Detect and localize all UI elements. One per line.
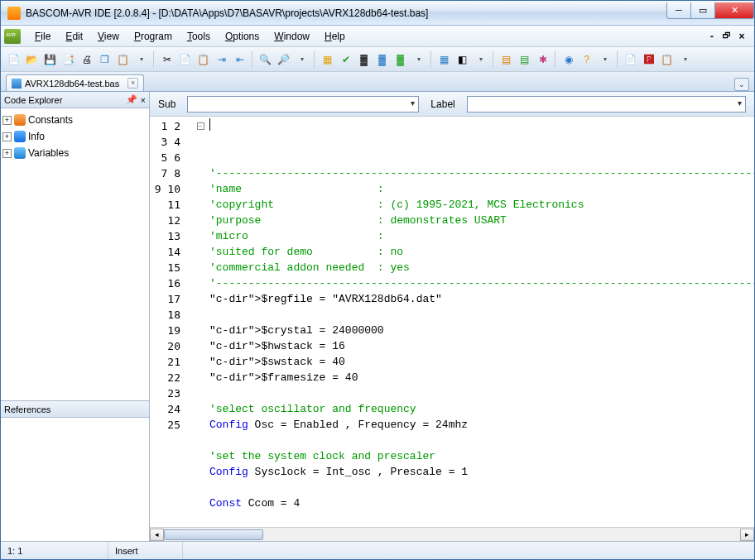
find-next-icon[interactable]: 🔎 [276, 51, 291, 67]
doc1-icon[interactable]: 📄 [623, 51, 638, 67]
chip2-icon[interactable]: ▓ [374, 51, 390, 67]
code-explorer-header: Code Explorer 📌 × [1, 92, 149, 108]
menu-edit[interactable]: Edit [58, 28, 90, 45]
indent-icon[interactable]: ⇥ [214, 51, 229, 67]
constants-icon [14, 114, 26, 126]
copy-icon[interactable]: ❐ [97, 51, 113, 67]
tool4-icon[interactable]: ▤ [517, 51, 532, 67]
maximize-button[interactable]: ▭ [690, 2, 715, 19]
menu-view[interactable]: View [90, 28, 127, 45]
tree-node-constants[interactable]: + Constants [2, 112, 147, 128]
dropdown4-icon[interactable]: ▾ [473, 51, 488, 67]
tool5-icon[interactable]: ✱ [535, 51, 551, 67]
paste-icon[interactable]: 📋 [115, 51, 131, 67]
text-cursor [209, 118, 210, 131]
open-file-icon[interactable]: 📂 [24, 51, 40, 67]
toolbar: 📄 📂 💾 📑 🖨 ❐ 📋 ▾ ✂ 📄 📋 ⇥ ⇤ 🔍 🔎 ▾ ▦ ✔ ▓ ▓ … [1, 47, 754, 72]
print-icon[interactable]: 🖨 [79, 51, 94, 67]
close-button[interactable]: ✕ [714, 2, 754, 19]
variables-icon [14, 147, 26, 159]
outdent-icon[interactable]: ⇤ [232, 51, 248, 67]
menu-file[interactable]: File [27, 28, 58, 45]
chip-icon[interactable]: ▓ [356, 51, 372, 67]
tree-label: Info [28, 131, 45, 142]
menu-tools[interactable]: Tools [180, 28, 218, 45]
scroll-thumb[interactable] [164, 529, 263, 540]
file-icon [12, 79, 22, 89]
expand-icon[interactable]: + [2, 132, 12, 141]
info-icon[interactable]: ? [579, 51, 594, 67]
expand-icon[interactable]: + [2, 116, 12, 125]
pane-close-icon[interactable]: × [141, 95, 146, 105]
chip3-icon[interactable]: ▓ [392, 51, 408, 67]
tab-close-icon[interactable]: × [127, 78, 138, 89]
cut-icon[interactable]: ✂ [159, 51, 175, 67]
check-icon[interactable]: ▦ [320, 51, 335, 67]
sub-label-bar: Sub Label [150, 92, 754, 117]
editor-column: Sub Label 1 2 3 4 5 6 7 8 9 10 11 12 13 … [150, 92, 754, 541]
fold-column: − [195, 117, 206, 527]
cursor-position: 1: 1 [1, 542, 108, 559]
dropdown5-icon[interactable]: ▾ [597, 51, 613, 67]
dropdown-icon[interactable]: ▾ [133, 51, 149, 67]
new-file-icon[interactable]: 📄 [6, 51, 22, 67]
mdi-controls: - 🗗 × [706, 31, 751, 42]
sub-label: Sub [158, 98, 176, 110]
menu-help[interactable]: Help [317, 28, 353, 45]
tool1-icon[interactable]: ▦ [436, 51, 452, 67]
save-icon[interactable]: 💾 [42, 51, 58, 67]
pdf-icon[interactable]: 🅿 [641, 51, 656, 67]
label-combo[interactable] [467, 96, 746, 112]
menu-program[interactable]: Program [127, 28, 180, 45]
title-bar: BASCOM-AVR IDE [2.0.8.4] - [D:\DATA\Apps… [1, 1, 754, 26]
window-title: BASCOM-AVR IDE [2.0.8.4] - [D:\DATA\Apps… [26, 7, 667, 19]
find-icon[interactable]: 🔍 [257, 51, 273, 67]
minimize-button[interactable]: ─ [666, 2, 691, 19]
status-spacer [183, 542, 754, 559]
dropdown6-icon[interactable]: ▾ [677, 51, 693, 67]
paste2-icon[interactable]: 📋 [195, 51, 211, 67]
references-panel: References [1, 400, 149, 541]
tab-active-file[interactable]: AVRX128db64-test.bas × [6, 74, 144, 91]
tree-node-info[interactable]: + Info [2, 128, 147, 145]
tabs-dropdown-icon[interactable]: ⌄ [734, 78, 749, 91]
code-explorer-title: Code Explorer [4, 95, 62, 105]
scroll-left-icon[interactable]: ◂ [150, 529, 164, 541]
line-gutter: 1 2 3 4 5 6 7 8 9 10 11 12 13 14 15 16 1… [150, 117, 195, 527]
references-header: References [1, 401, 149, 418]
save-all-icon[interactable]: 📑 [60, 51, 76, 67]
scroll-right-icon[interactable]: ▸ [740, 529, 754, 541]
code-explorer-tree: + Constants + Info + Variables [1, 108, 149, 400]
left-column: Code Explorer 📌 × + Constants + Info + V… [1, 92, 150, 541]
compile-icon[interactable]: ✔ [338, 51, 353, 67]
tab-label: AVRX128db64-test.bas [25, 79, 119, 89]
code-editor[interactable]: 1 2 3 4 5 6 7 8 9 10 11 12 13 14 15 16 1… [150, 117, 754, 527]
dropdown3-icon[interactable]: ▾ [411, 51, 426, 67]
label-label: Label [430, 98, 454, 110]
mdi-close-button[interactable]: × [736, 31, 748, 42]
expand-icon[interactable]: + [2, 149, 12, 158]
tool3-icon[interactable]: ▤ [498, 51, 514, 67]
menu-options[interactable]: Options [218, 28, 267, 45]
references-title: References [4, 404, 50, 414]
ide-icon [4, 29, 21, 44]
tree-label: Constants [28, 114, 73, 126]
pin-icon[interactable]: 📌 [126, 94, 137, 105]
help-icon[interactable]: ◉ [560, 51, 576, 67]
tool2-icon[interactable]: ◧ [454, 51, 470, 67]
mdi-restore-button[interactable]: 🗗 [721, 31, 733, 42]
code-area[interactable]: '---------------------------------------… [206, 117, 754, 527]
menu-window[interactable]: Window [267, 28, 317, 45]
doc2-icon[interactable]: 📋 [659, 51, 675, 67]
app-icon [7, 7, 21, 20]
scroll-track[interactable] [164, 529, 740, 541]
copy2-icon[interactable]: 📄 [177, 51, 193, 67]
h-scrollbar[interactable]: ◂ ▸ [150, 527, 754, 541]
tree-node-variables[interactable]: + Variables [2, 145, 147, 161]
mdi-minimize-button[interactable]: - [706, 31, 718, 42]
menu-bar: File Edit View Program Tools Options Win… [1, 26, 754, 47]
sub-combo[interactable] [187, 96, 419, 112]
dropdown2-icon[interactable]: ▾ [294, 51, 310, 67]
tree-label: Variables [28, 147, 69, 159]
work-area: Code Explorer 📌 × + Constants + Info + V… [1, 92, 754, 541]
